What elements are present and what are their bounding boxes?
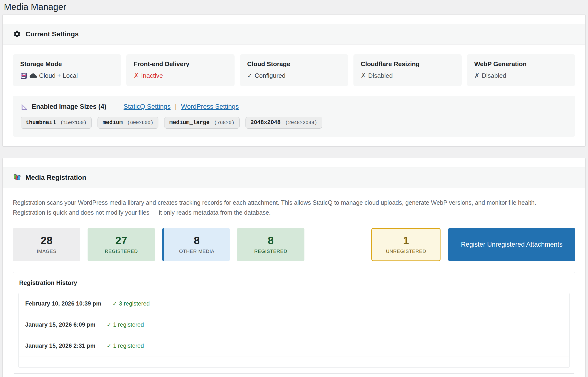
registration-description-line1: Registration scans your WordPress media … — [13, 199, 536, 206]
stat-label: OTHER MEDIA — [179, 248, 214, 254]
size-dims: (768×0) — [214, 120, 235, 126]
current-settings-body: Storage Mode Cloud + Local — [3, 45, 585, 146]
history-row: February 10, 2026 10:39 pm ✓ 3 registere… — [19, 293, 569, 314]
size-name: medium_large — [169, 119, 210, 126]
stat-images: 28 IMAGES — [13, 228, 80, 261]
size-dims: (150×150) — [60, 120, 87, 126]
books-icon — [13, 174, 21, 182]
setting-value: ✗ Disabled — [474, 72, 568, 80]
triangular-ruler-icon — [21, 103, 28, 110]
setting-value: ✗ Inactive — [134, 72, 227, 80]
cross-icon: ✗ — [361, 72, 366, 80]
stat-value: 27 — [115, 235, 127, 246]
registration-description-line2: Registration is quick and does not modif… — [13, 209, 271, 216]
history-row: January 15, 2026 6:09 pm ✓ 1 registered — [19, 314, 569, 335]
setting-value: ✓ Configured — [247, 72, 341, 80]
stat-label: REGISTERED — [105, 248, 138, 254]
size-tag-medium-large: medium_large (768×0) — [164, 117, 239, 129]
enabled-image-sizes-title: Enabled Image Sizes (4) — [32, 103, 106, 110]
setting-value: Cloud + Local — [20, 72, 114, 80]
cross-icon: ✗ — [134, 72, 139, 80]
cross-icon: ✗ — [474, 72, 480, 80]
link-divider: | — [175, 103, 176, 110]
setting-label: Storage Mode — [20, 60, 114, 68]
register-unregistered-button[interactable]: Register Unregistered Attachments — [448, 228, 575, 261]
size-dims: (2048×2048) — [285, 120, 317, 126]
current-settings-card: Current Settings Storage Mode — [2, 14, 586, 147]
current-settings-title: Current Settings — [25, 30, 79, 38]
registration-history-panel: Registration History February 10, 2026 1… — [13, 272, 575, 374]
image-size-tags: thumbnail (150×150) medium (600×600) med… — [21, 117, 567, 129]
stat-value: 8 — [268, 235, 274, 246]
gear-icon — [13, 30, 21, 38]
setting-value-text: Configured — [255, 72, 286, 80]
history-result: ✓ 3 registered — [113, 300, 150, 307]
size-name: medium — [103, 119, 123, 126]
setting-label: Front-end Delivery — [134, 60, 227, 68]
stat-value: 8 — [194, 235, 200, 246]
stat-label: REGISTERED — [254, 248, 287, 254]
size-tag-2048x2048: 2048x2048 (2048×2048) — [246, 117, 322, 129]
size-name: thumbnail — [26, 119, 56, 126]
floppy-disk-icon — [20, 72, 27, 80]
setting-value-text: Disabled — [482, 72, 506, 80]
stat-other-media: 8 OTHER MEDIA — [162, 228, 230, 261]
size-name: 2048x2048 — [250, 119, 281, 126]
staticq-settings-link[interactable]: StaticQ Settings — [124, 103, 171, 110]
media-registration-card: Media Registration Registration scans yo… — [2, 158, 586, 377]
media-registration-title: Media Registration — [25, 174, 86, 181]
history-row-empty — [19, 356, 569, 367]
stat-value: 28 — [41, 235, 53, 246]
registration-stats-row: 28 IMAGES 27 REGISTERED 8 OTHER MEDIA 8 … — [13, 228, 575, 261]
dash-separator: — — [112, 103, 118, 110]
registration-history-list: February 10, 2026 10:39 pm ✓ 3 registere… — [18, 293, 570, 367]
settings-grid: Storage Mode Cloud + Local — [13, 54, 575, 86]
setting-cloudflare-resizing: Cloudflare Resizing ✗ Disabled — [353, 54, 462, 86]
enabled-image-sizes-panel: Enabled Image Sizes (4) — StaticQ Settin… — [13, 96, 575, 137]
media-registration-header: Media Registration — [3, 167, 585, 188]
stat-value: 1 — [403, 235, 409, 246]
page-title: Media Manager — [2, 0, 586, 14]
setting-label: WebP Generation — [474, 60, 568, 68]
history-result: ✓ 1 registered — [107, 321, 144, 328]
size-tag-thumbnail: thumbnail (150×150) — [21, 117, 92, 129]
media-manager-page: Media Manager Current Settings Storage M… — [0, 0, 588, 377]
setting-label: Cloud Storage — [247, 60, 341, 68]
check-icon: ✓ — [247, 72, 252, 80]
setting-storage-mode: Storage Mode Cloud + Local — [13, 54, 121, 86]
registration-description: Registration scans your WordPress media … — [13, 198, 575, 217]
current-settings-header: Current Settings — [3, 24, 585, 45]
history-date: January 15, 2026 2:31 pm — [25, 342, 96, 349]
history-date: February 10, 2026 10:39 pm — [25, 300, 101, 307]
stat-label: IMAGES — [37, 248, 56, 254]
history-result: ✓ 1 registered — [107, 342, 144, 349]
registration-history-title: Registration History — [19, 279, 570, 286]
enabled-image-sizes-header: Enabled Image Sizes (4) — StaticQ Settin… — [21, 103, 567, 110]
size-tag-medium: medium (600×600) — [98, 117, 158, 129]
wordpress-settings-link[interactable]: WordPress Settings — [181, 103, 239, 110]
setting-label: Cloudflare Resizing — [361, 60, 454, 68]
size-dims: (600×600) — [127, 120, 153, 126]
stat-other-registered: 8 REGISTERED — [237, 228, 304, 261]
cloud-icon — [30, 72, 37, 80]
history-date: January 15, 2026 6:09 pm — [25, 321, 96, 328]
setting-frontend-delivery: Front-end Delivery ✗ Inactive — [126, 54, 235, 86]
setting-cloud-storage: Cloud Storage ✓ Configured — [240, 54, 348, 86]
setting-value: ✗ Disabled — [361, 72, 454, 80]
setting-value-text: Disabled — [368, 72, 393, 80]
setting-value-text: Inactive — [141, 72, 163, 80]
stat-images-registered: 27 REGISTERED — [88, 228, 155, 261]
history-row: January 15, 2026 2:31 pm ✓ 1 registered — [19, 335, 569, 356]
media-registration-body: Registration scans your WordPress media … — [3, 188, 585, 377]
stat-unregistered: 1 UNREGISTERED — [371, 228, 440, 261]
stat-label: UNREGISTERED — [386, 248, 426, 254]
setting-webp-generation: WebP Generation ✗ Disabled — [467, 54, 575, 86]
setting-value-text: Cloud + Local — [39, 72, 78, 80]
